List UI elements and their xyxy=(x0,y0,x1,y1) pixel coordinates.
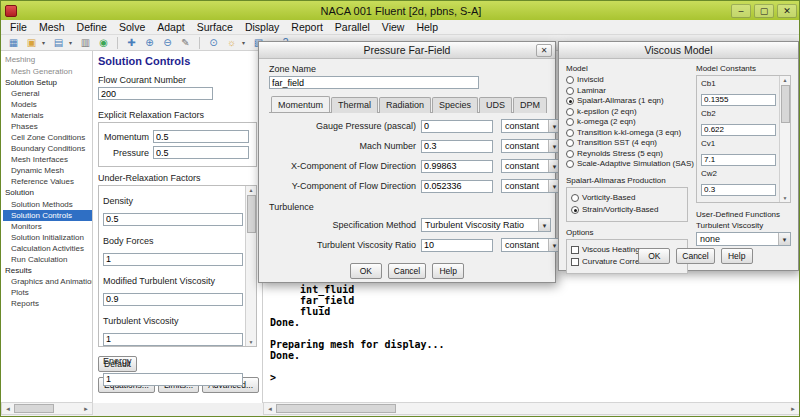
cb1-input[interactable] xyxy=(701,94,776,106)
scroll-right-icon[interactable]: ► xyxy=(787,406,799,412)
y-flow-direction-input[interactable] xyxy=(421,180,493,193)
pressure-input[interactable] xyxy=(153,146,249,159)
lights-dropdown-icon[interactable]: ▾ xyxy=(242,39,248,46)
menu-adapt[interactable]: Adapt xyxy=(151,20,190,35)
model-option-transition-sst[interactable]: Transition SST (4 eqn) xyxy=(566,138,688,149)
help-button[interactable]: Help xyxy=(432,263,464,279)
production-option-strain-vorticity[interactable]: Strain/Vorticity-Based xyxy=(571,205,683,216)
maximize-button[interactable]: ▢ xyxy=(754,4,774,18)
cancel-button[interactable]: Cancel xyxy=(388,263,426,279)
dialog-titlebar[interactable]: Pressure Far-Field xyxy=(259,42,555,59)
menu-file[interactable]: File xyxy=(4,20,33,35)
dialog-close-button[interactable]: ✕ xyxy=(536,44,552,57)
lights-icon[interactable]: ☼ xyxy=(224,36,239,50)
model-option-k-omega[interactable]: k-omega (2 eqn) xyxy=(566,117,688,128)
tree-item-general[interactable]: General xyxy=(3,88,92,99)
under-relaxation-scrollbar[interactable]: ▲ ▼ xyxy=(245,186,256,346)
open-folder-icon[interactable]: ▣ xyxy=(24,36,39,50)
tree-item-plots[interactable]: Plots xyxy=(3,287,92,298)
modified-turbulent-viscosity-input[interactable] xyxy=(103,293,243,306)
menu-solve[interactable]: Solve xyxy=(113,20,151,35)
print-icon[interactable]: ▥ xyxy=(78,36,93,50)
flow-courant-input[interactable] xyxy=(98,87,213,100)
scrollbar-thumb[interactable] xyxy=(247,195,256,233)
x-flow-direction-method-select[interactable]: constant ▾ xyxy=(501,159,561,173)
tab-uds[interactable]: UDS xyxy=(479,97,512,113)
tree-section-solution[interactable]: Solution xyxy=(3,187,92,199)
minimize-button[interactable]: – xyxy=(731,4,751,18)
tree-item-solution-methods[interactable]: Solution Methods xyxy=(3,199,92,210)
menu-view[interactable]: View xyxy=(376,20,411,35)
ok-button[interactable]: OK xyxy=(350,263,382,279)
model-constants-scrollbar[interactable]: ▲ ▼ xyxy=(779,76,790,202)
tree-section-solution-setup[interactable]: Solution Setup xyxy=(3,77,92,89)
ok-button[interactable]: OK xyxy=(638,248,670,264)
save-icon[interactable]: ▤ xyxy=(51,36,66,50)
model-option-spalart-allmaras[interactable]: Spalart-Allmaras (1 eqn) xyxy=(566,96,688,107)
tree-horizontal-scrollbar[interactable]: ◄ ► xyxy=(1,402,93,415)
x-flow-direction-input[interactable] xyxy=(421,160,493,173)
tree-item-graphics-and-animations[interactable]: Graphics and Animations xyxy=(3,276,92,287)
momentum-input[interactable] xyxy=(153,130,249,143)
tree-item-reference-values[interactable]: Reference Values xyxy=(3,176,92,187)
scrollbar-thumb[interactable] xyxy=(14,404,54,413)
scroll-right-icon[interactable]: ► xyxy=(80,406,92,412)
production-option-vorticity[interactable]: Vorticity-Based xyxy=(571,193,683,204)
menu-help[interactable]: Help xyxy=(410,20,444,35)
tree-item-mesh-interfaces[interactable]: Mesh Interfaces xyxy=(3,154,92,165)
cv1-input[interactable] xyxy=(701,154,776,166)
scroll-up-icon[interactable]: ▲ xyxy=(249,186,254,194)
udf-turbulent-viscosity-select[interactable]: none ▾ xyxy=(696,232,791,246)
tree-item-boundary-conditions[interactable]: Boundary Conditions xyxy=(3,143,92,154)
tree-section-results[interactable]: Results xyxy=(3,265,92,277)
turbulent-viscosity-ratio-input[interactable] xyxy=(421,239,493,252)
tree-item-mesh-generation[interactable]: Mesh Generation xyxy=(3,66,92,77)
tree-item-monitors[interactable]: Monitors xyxy=(3,221,92,232)
tree-item-run-calculation[interactable]: Run Calculation xyxy=(3,254,92,265)
model-option-transition-k-kl-omega[interactable]: Transition k-kl-omega (3 eqn) xyxy=(566,128,688,139)
cb2-input[interactable] xyxy=(701,124,776,136)
menu-define[interactable]: Define xyxy=(71,20,113,35)
gauge-pressure-method-select[interactable]: constant ▾ xyxy=(501,119,561,133)
tree-item-calculation-activities[interactable]: Calculation Activities xyxy=(3,243,92,254)
tree-item-reports[interactable]: Reports xyxy=(3,298,92,309)
dialog-titlebar[interactable]: Viscous Model xyxy=(559,42,798,59)
tab-radiation[interactable]: Radiation xyxy=(379,97,431,113)
save-dropdown-icon[interactable]: ▾ xyxy=(69,39,75,46)
cancel-button[interactable]: Cancel xyxy=(676,248,714,264)
scroll-down-icon[interactable]: ▼ xyxy=(783,194,788,202)
help-button[interactable]: Help xyxy=(721,248,753,264)
model-option-laminar[interactable]: Laminar xyxy=(566,86,688,97)
grid-icon[interactable]: ▦ xyxy=(6,36,21,50)
tree-item-solution-initialization[interactable]: Solution Initialization xyxy=(3,232,92,243)
tree-item-models[interactable]: Models xyxy=(3,99,92,110)
zoom-in-icon[interactable]: ⊕ xyxy=(142,36,157,50)
menu-display[interactable]: Display xyxy=(239,20,285,35)
turbulent-viscosity-ratio-method-select[interactable]: constant ▾ xyxy=(501,238,561,252)
tab-momentum[interactable]: Momentum xyxy=(271,96,330,112)
scrollbar-thumb[interactable] xyxy=(781,85,790,123)
console-horizontal-scrollbar[interactable]: ◄ ► xyxy=(263,402,800,415)
tree-item-cell-zone-conditions[interactable]: Cell Zone Conditions xyxy=(3,132,92,143)
tab-dpm[interactable]: DPM xyxy=(513,97,547,113)
gauge-pressure-input[interactable] xyxy=(421,120,493,133)
mach-number-method-select[interactable]: constant ▾ xyxy=(501,139,561,153)
scrollbar-thumb[interactable] xyxy=(276,404,396,413)
tree-item-materials[interactable]: Materials xyxy=(3,110,92,121)
model-option-inviscid[interactable]: Inviscid xyxy=(566,75,688,86)
cw2-input[interactable] xyxy=(701,184,776,196)
scroll-left-icon[interactable]: ◄ xyxy=(2,406,14,412)
menu-parallel[interactable]: Parallel xyxy=(329,20,376,35)
tree-section-meshing[interactable]: Meshing xyxy=(3,54,92,66)
menu-report[interactable]: Report xyxy=(285,20,329,35)
model-option-sas[interactable]: Scale-Adaptive Simulation (SAS) xyxy=(566,159,688,170)
pencil-icon[interactable]: ✎ xyxy=(178,36,193,50)
fit-view-icon[interactable]: ✚ xyxy=(124,36,139,50)
density-input[interactable] xyxy=(103,213,243,226)
energy-input[interactable] xyxy=(103,373,243,386)
close-button[interactable]: ✕ xyxy=(777,4,797,18)
specification-method-select[interactable]: Turbulent Viscosity Ratio ▾ xyxy=(421,218,551,232)
y-flow-direction-method-select[interactable]: constant ▾ xyxy=(501,179,561,193)
tab-thermal[interactable]: Thermal xyxy=(331,97,378,113)
model-option-k-epsilon[interactable]: k-epsilon (2 eqn) xyxy=(566,107,688,118)
